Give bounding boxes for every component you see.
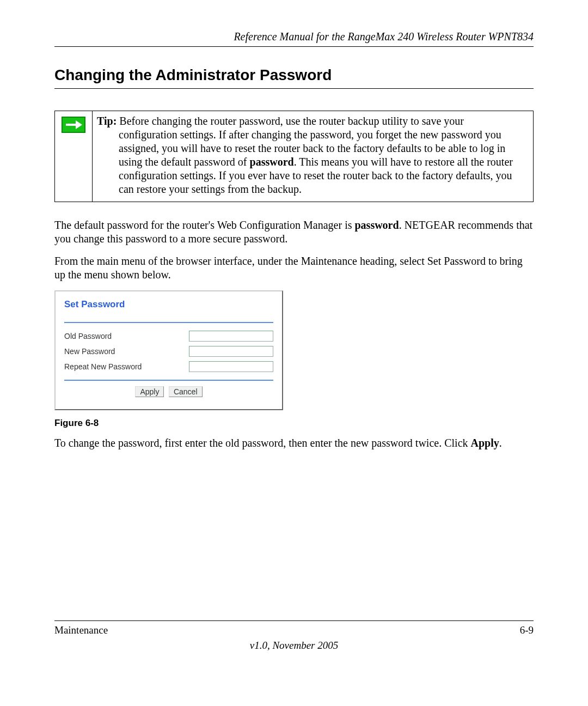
paragraph-1: The default password for the router's We… [54,218,534,246]
page-footer: Maintenance 6-9 v1.0, November 2005 [54,620,534,652]
label-repeat-password: Repeat New Password [64,362,189,371]
row-repeat-password: Repeat New Password [64,361,273,372]
para1-bold: password [354,219,399,231]
label-old-password: Old Password [64,332,189,340]
panel-button-row: Apply Cancel [64,386,273,397]
doc-header-title: Reference Manual for the RangeMax 240 Wi… [54,31,534,43]
input-repeat-password[interactable] [189,361,273,372]
footer-section-name: Maintenance [54,624,108,636]
arrow-right-icon [62,117,85,133]
section-heading: Changing the Administrator Password [54,66,534,84]
set-password-panel: Set Password Old Password New Password R… [54,290,283,410]
footer-version: v1.0, November 2005 [54,640,534,652]
paragraph-2: From the main menu of the browser interf… [54,254,534,282]
para3-post: . [499,437,502,449]
tip-text: Tip: Before changing the router password… [93,111,534,202]
panel-divider-bottom [64,380,273,381]
paragraph-3: To change the password, first enter the … [54,436,534,450]
row-new-password: New Password [64,346,273,357]
tip-box: Tip: Before changing the router password… [54,111,534,202]
para3-bold: Apply [471,437,499,449]
para3-pre: To change the password, first enter the … [54,437,471,449]
label-new-password: New Password [64,347,189,356]
tip-label: Tip: [97,115,117,127]
footer-rule [54,620,534,621]
svg-marker-1 [76,120,82,129]
cancel-button[interactable]: Cancel [169,386,203,397]
section-rule [54,88,534,89]
para1-pre: The default password for the router's We… [54,219,354,231]
apply-button[interactable]: Apply [135,386,164,397]
input-old-password[interactable] [189,331,273,342]
figure-caption: Figure 6-8 [54,418,534,429]
input-new-password[interactable] [189,346,273,357]
panel-title: Set Password [64,299,273,310]
tip-bold-word: password [250,156,294,168]
header-rule [54,46,534,47]
footer-page-number: 6-9 [520,624,534,636]
tip-line1: Before changing the router password, use… [117,115,464,127]
panel-divider-top [64,322,273,323]
row-old-password: Old Password [64,331,273,342]
